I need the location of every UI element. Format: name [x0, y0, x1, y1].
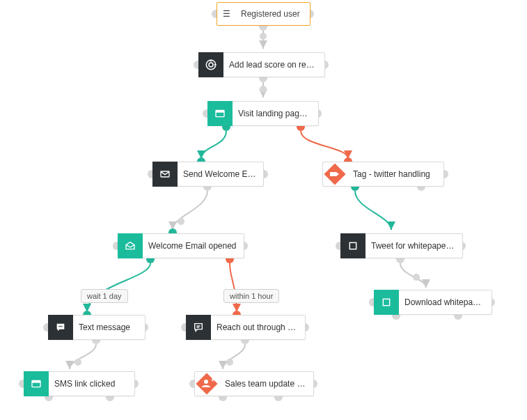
svg-point-7: [260, 86, 267, 93]
mail-open-icon: [118, 233, 143, 258]
node-tag-twitter[interactable]: Tag - twitter handling: [322, 162, 444, 187]
svg-point-38: [74, 359, 81, 366]
svg-point-64: [61, 326, 63, 327]
svg-point-53: [209, 63, 213, 67]
node-label: Text message: [73, 322, 137, 332]
panel-icon: [374, 290, 399, 315]
node-sms-link-clicked[interactable]: SMS link clicked: [24, 371, 135, 396]
node-sales-team-update[interactable]: + Sales team update for…: [194, 371, 314, 396]
svg-point-63: [60, 326, 61, 327]
svg-rect-57: [216, 110, 224, 112]
svg-point-3: [260, 33, 267, 40]
node-send-welcome-email[interactable]: Send Welcome Email: [152, 162, 264, 187]
node-download-whitepaper[interactable]: Download whitepaper: [374, 290, 492, 315]
edge-label-wait-1-day: wait 1 day: [81, 289, 128, 303]
target-icon: [198, 52, 223, 77]
svg-rect-61: [383, 299, 389, 305]
node-reach-out[interactable]: Reach out through mu…: [186, 315, 306, 340]
user-add-icon: +: [194, 371, 219, 396]
node-text-message[interactable]: Text message: [48, 315, 145, 340]
tag-icon: [322, 162, 347, 187]
node-label: Sales team update for…: [219, 379, 313, 389]
node-label: Send Welcome Email: [178, 169, 263, 179]
mail-icon: [152, 162, 178, 187]
node-label: Visit landing page, ap…: [233, 109, 318, 118]
node-label: SMS link clicked: [49, 379, 122, 389]
node-label: Add lead score on reg…: [223, 60, 324, 70]
chat-icon: [186, 315, 211, 340]
node-welcome-opened[interactable]: Welcome Email opened: [118, 233, 244, 258]
svg-text:+: +: [211, 377, 214, 384]
node-label: Download whitepaper: [399, 297, 491, 307]
node-start-registered-user[interactable]: ☰ Registered user: [217, 2, 310, 26]
node-label: Tweet for whitepaper …: [365, 241, 462, 251]
node-add-lead-score[interactable]: Add lead score on reg…: [198, 52, 325, 77]
node-tweet-whitepaper[interactable]: Tweet for whitepaper …: [340, 233, 463, 258]
webpage-icon: [24, 371, 49, 396]
list-icon: ☰: [217, 9, 235, 19]
svg-point-16: [178, 218, 184, 225]
pill-text: within 1 hour: [230, 292, 273, 300]
node-label: Tag - twitter handling: [347, 169, 437, 179]
workflow-canvas[interactable]: ☰ Registered user Add lead score on reg……: [0, 0, 527, 420]
edge-label-within-1-hour: within 1 hour: [223, 289, 279, 303]
pill-text: wait 1 day: [87, 292, 122, 300]
svg-point-70: [204, 380, 208, 384]
panel-icon: [340, 233, 365, 258]
node-label: Reach out through mu…: [211, 322, 305, 332]
node-label: Welcome Email opened: [143, 241, 244, 251]
node-label: Registered user: [235, 9, 307, 19]
svg-rect-60: [349, 242, 356, 249]
sms-icon: [48, 315, 73, 340]
node-visit-landing-page[interactable]: Visit landing page, ap…: [207, 101, 319, 126]
webpage-icon: [207, 101, 233, 126]
svg-point-29: [413, 274, 420, 281]
svg-point-43: [226, 359, 233, 366]
svg-rect-68: [32, 380, 40, 382]
svg-point-62: [58, 326, 60, 327]
